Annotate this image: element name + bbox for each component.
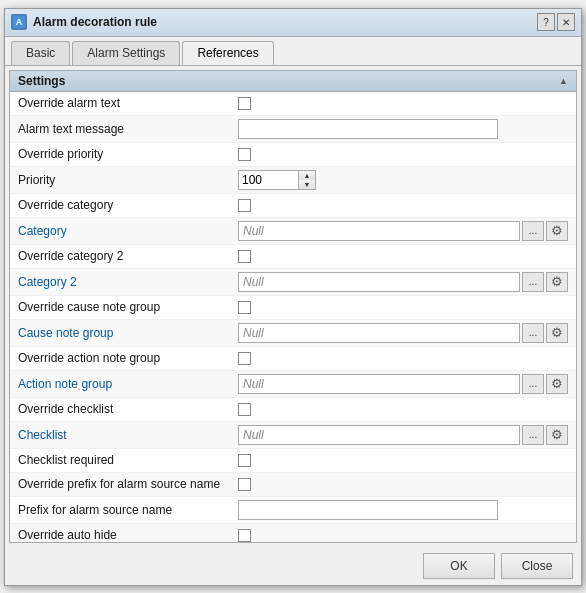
dialog-title: Alarm decoration rule [33, 15, 537, 29]
browse-cause-note-group-button[interactable]: ... [522, 323, 544, 343]
spinbox-priority-input[interactable] [238, 170, 298, 190]
input-cause-note-group[interactable] [238, 323, 520, 343]
control-override-alarm-text [238, 97, 568, 110]
row-checklist-required: Checklist required [10, 449, 576, 473]
control-cause-note-group: ... ⚙ [238, 323, 568, 343]
control-action-note-group: ... ⚙ [238, 374, 568, 394]
spinbox-priority-up[interactable]: ▲ [299, 171, 315, 180]
row-override-prefix: Override prefix for alarm source name [10, 473, 576, 497]
row-priority: Priority ▲ ▼ [10, 167, 576, 194]
label-override-cause-note-group: Override cause note group [18, 300, 238, 314]
title-bar: A Alarm decoration rule ? ✕ [5, 9, 581, 37]
input-prefix-alarm-source[interactable] [238, 500, 498, 520]
label-category-2: Category 2 [18, 275, 238, 289]
checkbox-checklist-required[interactable] [238, 454, 251, 467]
row-action-note-group: Action note group ... ⚙ [10, 371, 576, 398]
label-override-action-note-group: Override action note group [18, 351, 238, 365]
label-action-note-group: Action note group [18, 377, 238, 391]
spinbox-priority-container: ▲ ▼ [238, 170, 316, 190]
input-category[interactable] [238, 221, 520, 241]
control-checklist: ... ⚙ [238, 425, 568, 445]
control-priority: ▲ ▼ [238, 170, 568, 190]
label-alarm-text-message: Alarm text message [18, 122, 238, 136]
row-category-2: Category 2 ... ⚙ [10, 269, 576, 296]
control-category: ... ⚙ [238, 221, 568, 241]
label-prefix-alarm-source: Prefix for alarm source name [18, 503, 238, 517]
row-override-action-note-group: Override action note group [10, 347, 576, 371]
close-button[interactable]: Close [501, 553, 573, 579]
row-override-category-2: Override category 2 [10, 245, 576, 269]
browse-checklist-button[interactable]: ... [522, 425, 544, 445]
checkbox-override-auto-hide[interactable] [238, 529, 251, 542]
gear-action-note-group-button[interactable]: ⚙ [546, 374, 568, 394]
label-override-prefix: Override prefix for alarm source name [18, 477, 238, 491]
checkbox-override-priority[interactable] [238, 148, 251, 161]
spinbox-priority-buttons: ▲ ▼ [298, 170, 316, 190]
row-override-priority: Override priority [10, 143, 576, 167]
control-override-category [238, 199, 568, 212]
tab-basic[interactable]: Basic [11, 41, 70, 65]
input-checklist[interactable] [238, 425, 520, 445]
browse-action-note-group-button[interactable]: ... [522, 374, 544, 394]
row-category: Category ... ⚙ [10, 218, 576, 245]
settings-header: Settings ▲ [10, 71, 576, 92]
checkbox-override-category-2[interactable] [238, 250, 251, 263]
control-checklist-required [238, 454, 568, 467]
checkbox-override-action-note-group[interactable] [238, 352, 251, 365]
input-alarm-text-message[interactable] [238, 119, 498, 139]
checkbox-override-prefix[interactable] [238, 478, 251, 491]
row-checklist: Checklist ... ⚙ [10, 422, 576, 449]
row-cause-note-group: Cause note group ... ⚙ [10, 320, 576, 347]
row-override-alarm-text: Override alarm text [10, 92, 576, 116]
row-override-category: Override category [10, 194, 576, 218]
row-override-auto-hide: Override auto hide [10, 524, 576, 542]
label-override-priority: Override priority [18, 147, 238, 161]
tab-bar: Basic Alarm Settings References [5, 37, 581, 66]
checkbox-override-alarm-text[interactable] [238, 97, 251, 110]
label-checklist-required: Checklist required [18, 453, 238, 467]
row-override-checklist: Override checklist [10, 398, 576, 422]
svg-text:A: A [16, 17, 23, 27]
row-override-cause-note-group: Override cause note group [10, 296, 576, 320]
control-prefix-alarm-source [238, 500, 568, 520]
dialog-window: A Alarm decoration rule ? ✕ Basic Alarm … [4, 8, 582, 586]
label-cause-note-group: Cause note group [18, 326, 238, 340]
content-area: Settings ▲ Override alarm text Alarm tex… [5, 66, 581, 547]
gear-category-2-button[interactable]: ⚙ [546, 272, 568, 292]
dialog-icon: A [11, 14, 27, 30]
spinbox-priority-down[interactable]: ▼ [299, 180, 315, 189]
settings-scroll[interactable]: Override alarm text Alarm text message O… [10, 92, 576, 542]
checkbox-override-category[interactable] [238, 199, 251, 212]
tab-alarm-settings[interactable]: Alarm Settings [72, 41, 180, 65]
label-priority: Priority [18, 173, 238, 187]
control-override-action-note-group [238, 352, 568, 365]
label-override-checklist: Override checklist [18, 402, 238, 416]
gear-cause-note-group-button[interactable]: ⚙ [546, 323, 568, 343]
row-alarm-text-message: Alarm text message [10, 116, 576, 143]
control-override-category-2 [238, 250, 568, 263]
gear-category-button[interactable]: ⚙ [546, 221, 568, 241]
browse-category-2-button[interactable]: ... [522, 272, 544, 292]
control-override-checklist [238, 403, 568, 416]
title-bar-controls: ? ✕ [537, 13, 575, 31]
browse-category-button[interactable]: ... [522, 221, 544, 241]
dialog-footer: OK Close [5, 547, 581, 585]
control-override-auto-hide [238, 529, 568, 542]
close-title-button[interactable]: ✕ [557, 13, 575, 31]
control-override-prefix [238, 478, 568, 491]
input-category-2[interactable] [238, 272, 520, 292]
checkbox-override-cause-note-group[interactable] [238, 301, 251, 314]
input-action-note-group[interactable] [238, 374, 520, 394]
control-override-priority [238, 148, 568, 161]
label-category: Category [18, 224, 238, 238]
label-checklist: Checklist [18, 428, 238, 442]
label-override-category-2: Override category 2 [18, 249, 238, 263]
help-button[interactable]: ? [537, 13, 555, 31]
row-prefix-alarm-source: Prefix for alarm source name [10, 497, 576, 524]
control-override-cause-note-group [238, 301, 568, 314]
gear-checklist-button[interactable]: ⚙ [546, 425, 568, 445]
control-category-2: ... ⚙ [238, 272, 568, 292]
checkbox-override-checklist[interactable] [238, 403, 251, 416]
ok-button[interactable]: OK [423, 553, 495, 579]
tab-references[interactable]: References [182, 41, 273, 65]
